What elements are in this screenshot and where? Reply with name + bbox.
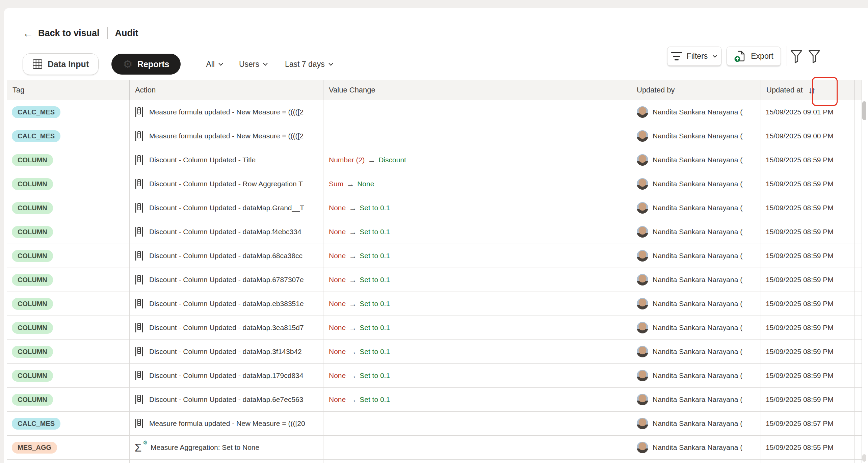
arrow-right-icon: → bbox=[349, 395, 357, 404]
table-row[interactable]: MES_AGG Σ⚙ Measure Aggregation: Set to N… bbox=[7, 436, 862, 460]
user-name: Nandita Sankara Narayana ( bbox=[653, 419, 742, 428]
table-row[interactable]: CALC_MES Measure formula updated - New M… bbox=[7, 124, 862, 148]
table-row[interactable]: COLUMN Discount - Column Updated - Title… bbox=[7, 148, 862, 172]
vertical-scrollbar-thumb[interactable] bbox=[862, 101, 866, 120]
updated-at: 15/09/2025 08:59 PM bbox=[761, 316, 855, 339]
filters-label: Filters bbox=[687, 52, 708, 61]
new-value: Discount bbox=[378, 156, 406, 164]
action-text: Discount - Column Updated - dataMap.3ea8… bbox=[149, 324, 304, 332]
old-value: None bbox=[329, 324, 346, 332]
filters-button[interactable]: Filters bbox=[667, 47, 721, 66]
table-row[interactable]: CALC_MES Measure formula updated - New M… bbox=[7, 412, 862, 436]
chevron-down-icon bbox=[218, 62, 223, 66]
updated-at: 15/09/2025 08:55 PM bbox=[761, 436, 855, 459]
value-change: None → Set to 0.1 bbox=[323, 292, 631, 316]
filler-cell bbox=[855, 268, 862, 292]
table-row[interactable] bbox=[7, 460, 862, 463]
table-row[interactable]: COLUMN Discount - Column Updated - dataM… bbox=[7, 364, 862, 388]
old-value: None bbox=[329, 396, 346, 404]
tag-cell: COLUMN bbox=[7, 316, 130, 339]
table-row[interactable]: COLUMN Discount - Column Updated - dataM… bbox=[7, 196, 862, 220]
table-row[interactable]: CALC_MES Measure formula updated - New M… bbox=[7, 100, 862, 124]
action-text: Measure formula updated - New Measure = … bbox=[149, 419, 305, 428]
table-columns-icon bbox=[135, 202, 143, 213]
updated-by: Nandita Sankara Narayana ( bbox=[631, 124, 761, 148]
updated-at: 15/09/2025 08:59 PM bbox=[761, 388, 855, 411]
new-value: Set to 0.1 bbox=[360, 228, 390, 236]
filler-cell bbox=[855, 244, 862, 268]
action-cell: Measure formula updated - New Measure = … bbox=[130, 412, 323, 435]
arrow-right-icon: → bbox=[349, 323, 357, 332]
table-columns-icon bbox=[135, 179, 143, 189]
filter-dropdown-all[interactable]: All bbox=[206, 60, 223, 69]
table-row[interactable]: COLUMN Discount - Column Updated - dataM… bbox=[7, 268, 862, 292]
table-row[interactable]: COLUMN Discount - Column Updated - dataM… bbox=[7, 244, 862, 268]
updated-by bbox=[631, 460, 761, 463]
table-row[interactable]: COLUMN Discount - Column Updated - dataM… bbox=[7, 340, 862, 364]
filler-cell bbox=[855, 436, 862, 459]
tag-cell: COLUMN bbox=[7, 196, 130, 220]
updated-by: Nandita Sankara Narayana ( bbox=[631, 316, 761, 339]
table-columns-icon bbox=[135, 131, 143, 141]
action-cell: Discount - Column Updated - dataMap.68ca… bbox=[130, 244, 323, 268]
tag-cell: COLUMN bbox=[7, 292, 130, 316]
user-name: Nandita Sankara Narayana ( bbox=[653, 108, 742, 116]
avatar bbox=[637, 274, 648, 285]
action-text: Measure Aggregation: Set to None bbox=[151, 443, 259, 452]
filter-dropdown-daterange[interactable]: Last 7 days bbox=[285, 60, 334, 69]
table-row[interactable]: COLUMN Discount - Column Updated - dataM… bbox=[7, 388, 862, 412]
back-button[interactable]: Back to visual bbox=[38, 28, 100, 38]
action-text: Measure formula updated - New Measure = … bbox=[149, 108, 304, 116]
avatar bbox=[637, 394, 648, 405]
action-cell: Measure formula updated - New Measure = … bbox=[130, 124, 323, 148]
chevron-down-icon bbox=[263, 62, 268, 66]
updated-at: 15/09/2025 08:59 PM bbox=[761, 340, 855, 363]
data-input-button[interactable]: Data Input bbox=[23, 53, 99, 75]
avatar bbox=[637, 226, 648, 238]
sort-toggle-icon[interactable]: ↓↑ bbox=[808, 85, 814, 96]
action-text: Discount - Column Updated - dataMap.f4eb… bbox=[149, 228, 301, 236]
export-button[interactable]: Export bbox=[727, 47, 781, 66]
filler-cell bbox=[855, 148, 862, 172]
funnel-filter-icon[interactable] bbox=[790, 49, 803, 63]
user-name: Nandita Sankara Narayana ( bbox=[653, 252, 742, 260]
table-row[interactable]: COLUMN Discount - Column Updated - dataM… bbox=[7, 292, 862, 316]
page-title: Audit bbox=[115, 28, 138, 38]
table-row[interactable]: COLUMN Discount - Column Updated - dataM… bbox=[7, 220, 862, 244]
vertical-scrollbar-end bbox=[862, 454, 866, 462]
tag-cell: COLUMN bbox=[7, 388, 130, 411]
action-cell: Measure formula updated - New Measure = … bbox=[130, 100, 323, 124]
action-text: Discount - Column Updated - dataMap.eb38… bbox=[149, 300, 304, 308]
user-name: Nandita Sankara Narayana ( bbox=[653, 372, 742, 380]
value-change: Sum → None bbox=[323, 172, 631, 196]
export-label: Export bbox=[751, 52, 773, 61]
tag-pill: COLUMN bbox=[12, 226, 53, 238]
filler-cell bbox=[855, 412, 862, 435]
toolbar: Data Input ⚙ Reports All Users Last 7 da… bbox=[23, 53, 334, 75]
tag-pill: COLUMN bbox=[12, 394, 53, 406]
funnel-filter-icon-2[interactable] bbox=[808, 49, 821, 63]
updated-at: 15/09/2025 08:59 PM bbox=[761, 220, 855, 244]
column-header-filler bbox=[855, 80, 862, 100]
table-row[interactable]: COLUMN Discount - Column Updated - Row A… bbox=[7, 172, 862, 196]
updated-by: Nandita Sankara Narayana ( bbox=[631, 268, 761, 292]
old-value: None bbox=[329, 348, 346, 356]
updated-by: Nandita Sankara Narayana ( bbox=[631, 388, 761, 411]
new-value: Set to 0.1 bbox=[360, 276, 390, 284]
breadcrumb: ← Back to visual Audit bbox=[23, 26, 138, 40]
table-row[interactable]: COLUMN Discount - Column Updated - dataM… bbox=[7, 316, 862, 340]
dropdown-users-label: Users bbox=[239, 60, 259, 69]
tag-cell: CALC_MES bbox=[7, 124, 130, 148]
user-name: Nandita Sankara Narayana ( bbox=[653, 132, 742, 140]
action-cell: Discount - Column Updated - Row Aggregat… bbox=[130, 172, 323, 196]
filler-cell bbox=[855, 364, 862, 387]
updated-by: Nandita Sankara Narayana ( bbox=[631, 220, 761, 244]
filter-dropdown-users[interactable]: Users bbox=[239, 60, 268, 69]
reports-button[interactable]: ⚙ Reports bbox=[111, 54, 181, 75]
action-cell: Σ⚙ Measure Aggregation: Set to None bbox=[130, 436, 323, 459]
action-text: Discount - Column Updated - dataMap.6787… bbox=[149, 276, 304, 284]
new-value: Set to 0.1 bbox=[360, 396, 390, 404]
old-value: None bbox=[329, 300, 346, 308]
new-value: Set to 0.1 bbox=[360, 324, 390, 332]
avatar bbox=[637, 154, 648, 166]
